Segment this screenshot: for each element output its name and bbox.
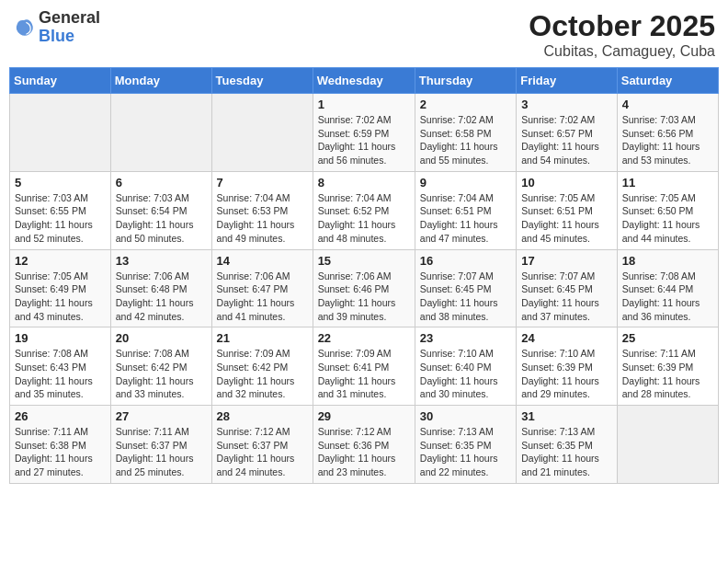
- day-number: 22: [318, 331, 410, 345]
- day-info: Sunrise: 7:13 AMSunset: 6:35 PMDaylight:…: [521, 425, 612, 479]
- calendar-cell: 10Sunrise: 7:05 AMSunset: 6:51 PMDayligh…: [517, 171, 618, 249]
- calendar-cell: 20Sunrise: 7:08 AMSunset: 6:42 PMDayligh…: [110, 327, 211, 406]
- calendar-table: SundayMondayTuesdayWednesdayThursdayFrid…: [9, 67, 719, 484]
- day-info: Sunrise: 7:09 AMSunset: 6:41 PMDaylight:…: [318, 347, 410, 401]
- day-number: 27: [116, 409, 207, 423]
- calendar-week-row: 12Sunrise: 7:05 AMSunset: 6:49 PMDayligh…: [10, 249, 719, 327]
- day-info: Sunrise: 7:10 AMSunset: 6:39 PMDaylight:…: [521, 347, 612, 401]
- logo: General Blue: [13, 9, 100, 46]
- day-info: Sunrise: 7:02 AMSunset: 6:57 PMDaylight:…: [521, 113, 612, 167]
- logo-general-text: General: [39, 8, 100, 27]
- calendar-cell: 1Sunrise: 7:02 AMSunset: 6:59 PMDaylight…: [313, 94, 415, 172]
- calendar-cell: 11Sunrise: 7:05 AMSunset: 6:50 PMDayligh…: [617, 171, 718, 249]
- day-number: 6: [116, 176, 207, 190]
- calendar-cell: 31Sunrise: 7:13 AMSunset: 6:35 PMDayligh…: [517, 406, 618, 484]
- calendar-cell: 6Sunrise: 7:03 AMSunset: 6:54 PMDaylight…: [110, 171, 211, 249]
- calendar-cell: 5Sunrise: 7:03 AMSunset: 6:55 PMDaylight…: [10, 171, 111, 249]
- weekday-header-wednesday: Wednesday: [313, 68, 415, 94]
- day-number: 1: [318, 98, 410, 111]
- weekday-header-sunday: Sunday: [10, 68, 111, 94]
- page-header: General Blue October 2025 Cubitas, Camag…: [9, 9, 719, 60]
- day-info: Sunrise: 7:11 AMSunset: 6:39 PMDaylight:…: [622, 347, 713, 401]
- day-info: Sunrise: 7:11 AMSunset: 6:37 PMDaylight:…: [116, 425, 207, 479]
- logo-blue-text: Blue: [39, 27, 74, 45]
- calendar-cell: 9Sunrise: 7:04 AMSunset: 6:51 PMDaylight…: [415, 171, 516, 249]
- calendar-cell: [211, 94, 313, 172]
- day-number: 12: [15, 254, 106, 268]
- day-info: Sunrise: 7:07 AMSunset: 6:45 PMDaylight:…: [420, 270, 511, 324]
- weekday-header-tuesday: Tuesday: [211, 68, 313, 94]
- calendar-cell: 27Sunrise: 7:11 AMSunset: 6:37 PMDayligh…: [110, 406, 211, 484]
- day-number: 24: [521, 331, 612, 345]
- calendar-cell: [10, 94, 111, 172]
- day-number: 16: [420, 254, 511, 268]
- day-number: 9: [420, 176, 511, 190]
- calendar-cell: 3Sunrise: 7:02 AMSunset: 6:57 PMDaylight…: [517, 94, 618, 172]
- calendar-cell: 8Sunrise: 7:04 AMSunset: 6:52 PMDaylight…: [313, 171, 415, 249]
- day-info: Sunrise: 7:04 AMSunset: 6:52 PMDaylight:…: [318, 191, 410, 246]
- calendar-cell: 14Sunrise: 7:06 AMSunset: 6:47 PMDayligh…: [211, 249, 313, 327]
- weekday-header-row: SundayMondayTuesdayWednesdayThursdayFrid…: [10, 68, 719, 94]
- day-number: 30: [420, 409, 511, 423]
- calendar-cell: 17Sunrise: 7:07 AMSunset: 6:45 PMDayligh…: [517, 249, 618, 327]
- calendar-cell: 22Sunrise: 7:09 AMSunset: 6:41 PMDayligh…: [313, 327, 415, 406]
- weekday-header-monday: Monday: [110, 68, 211, 94]
- day-number: 3: [521, 98, 612, 111]
- day-number: 26: [15, 409, 106, 423]
- logo-icon: [13, 17, 35, 39]
- calendar-cell: 15Sunrise: 7:06 AMSunset: 6:46 PMDayligh…: [313, 249, 415, 327]
- calendar-cell: 25Sunrise: 7:11 AMSunset: 6:39 PMDayligh…: [617, 327, 718, 406]
- calendar-cell: 2Sunrise: 7:02 AMSunset: 6:58 PMDaylight…: [415, 94, 516, 172]
- day-number: 13: [116, 254, 207, 268]
- day-number: 18: [622, 254, 713, 268]
- weekday-header-thursday: Thursday: [415, 68, 516, 94]
- calendar-cell: 16Sunrise: 7:07 AMSunset: 6:45 PMDayligh…: [415, 249, 516, 327]
- calendar-week-row: 19Sunrise: 7:08 AMSunset: 6:43 PMDayligh…: [10, 327, 719, 406]
- day-info: Sunrise: 7:02 AMSunset: 6:59 PMDaylight:…: [318, 113, 410, 167]
- day-info: Sunrise: 7:10 AMSunset: 6:40 PMDaylight:…: [420, 347, 511, 401]
- day-info: Sunrise: 7:03 AMSunset: 6:56 PMDaylight:…: [622, 113, 713, 167]
- day-number: 17: [521, 254, 612, 268]
- calendar-cell: 24Sunrise: 7:10 AMSunset: 6:39 PMDayligh…: [517, 327, 618, 406]
- day-number: 19: [15, 331, 106, 345]
- day-number: 20: [116, 331, 207, 345]
- day-info: Sunrise: 7:05 AMSunset: 6:49 PMDaylight:…: [15, 270, 106, 324]
- calendar-cell: [110, 94, 211, 172]
- calendar-cell: 7Sunrise: 7:04 AMSunset: 6:53 PMDaylight…: [211, 171, 313, 249]
- calendar-cell: 28Sunrise: 7:12 AMSunset: 6:37 PMDayligh…: [211, 406, 313, 484]
- calendar-cell: 21Sunrise: 7:09 AMSunset: 6:42 PMDayligh…: [211, 327, 313, 406]
- day-number: 11: [622, 176, 713, 190]
- day-number: 21: [217, 331, 308, 345]
- day-number: 2: [420, 98, 511, 111]
- day-info: Sunrise: 7:08 AMSunset: 6:44 PMDaylight:…: [622, 270, 713, 324]
- calendar-cell: [617, 406, 718, 484]
- day-info: Sunrise: 7:06 AMSunset: 6:47 PMDaylight:…: [217, 270, 308, 324]
- calendar-week-row: 1Sunrise: 7:02 AMSunset: 6:59 PMDaylight…: [10, 94, 719, 172]
- day-info: Sunrise: 7:12 AMSunset: 6:37 PMDaylight:…: [217, 425, 308, 479]
- day-info: Sunrise: 7:12 AMSunset: 6:36 PMDaylight:…: [318, 425, 410, 479]
- day-number: 23: [420, 331, 511, 345]
- calendar-cell: 26Sunrise: 7:11 AMSunset: 6:38 PMDayligh…: [10, 406, 111, 484]
- calendar-cell: 13Sunrise: 7:06 AMSunset: 6:48 PMDayligh…: [110, 249, 211, 327]
- day-number: 28: [217, 409, 308, 423]
- calendar-title: October 2025: [529, 9, 715, 43]
- day-number: 5: [15, 176, 106, 190]
- calendar-location: Cubitas, Camaguey, Cuba: [529, 43, 715, 60]
- day-info: Sunrise: 7:08 AMSunset: 6:42 PMDaylight:…: [116, 347, 207, 401]
- weekday-header-saturday: Saturday: [617, 68, 718, 94]
- day-number: 14: [217, 254, 308, 268]
- day-number: 4: [622, 98, 713, 111]
- day-info: Sunrise: 7:06 AMSunset: 6:46 PMDaylight:…: [318, 270, 410, 324]
- day-info: Sunrise: 7:13 AMSunset: 6:35 PMDaylight:…: [420, 425, 511, 479]
- day-info: Sunrise: 7:02 AMSunset: 6:58 PMDaylight:…: [420, 113, 511, 167]
- day-number: 15: [318, 254, 410, 268]
- day-info: Sunrise: 7:11 AMSunset: 6:38 PMDaylight:…: [15, 425, 106, 479]
- day-info: Sunrise: 7:07 AMSunset: 6:45 PMDaylight:…: [521, 270, 612, 324]
- day-info: Sunrise: 7:09 AMSunset: 6:42 PMDaylight:…: [217, 347, 308, 401]
- day-info: Sunrise: 7:03 AMSunset: 6:55 PMDaylight:…: [15, 191, 106, 246]
- calendar-cell: 19Sunrise: 7:08 AMSunset: 6:43 PMDayligh…: [10, 327, 111, 406]
- day-info: Sunrise: 7:06 AMSunset: 6:48 PMDaylight:…: [116, 270, 207, 324]
- day-info: Sunrise: 7:04 AMSunset: 6:53 PMDaylight:…: [217, 191, 308, 246]
- day-info: Sunrise: 7:03 AMSunset: 6:54 PMDaylight:…: [116, 191, 207, 246]
- day-number: 7: [217, 176, 308, 190]
